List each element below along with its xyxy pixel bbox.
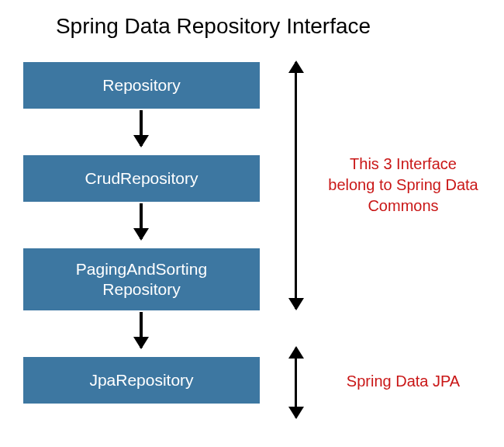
- box-repository: Repository: [23, 62, 260, 109]
- bracket-jpa-cap-bottom: [288, 407, 304, 419]
- annotation-commons: This 3 Interface belong to Spring Data C…: [326, 154, 481, 217]
- bracket-commons-cap-top: [288, 61, 304, 73]
- bracket-jpa: [295, 348, 297, 418]
- diagram-canvas: Repository CrudRepository PagingAndSorti…: [0, 39, 504, 442]
- annotation-jpa: Spring Data JPA: [326, 371, 481, 392]
- diagram-title: Spring Data Repository Interface: [0, 0, 426, 39]
- bracket-jpa-cap-top: [288, 346, 304, 359]
- box-repository-label: Repository: [102, 75, 180, 95]
- box-crudrepository-label: CrudRepository: [85, 168, 198, 189]
- bracket-commons-cap-bottom: [288, 298, 304, 310]
- bracket-commons: [295, 62, 297, 309]
- arrow-1: [140, 110, 143, 146]
- box-jparepository-label: JpaRepository: [89, 370, 193, 390]
- arrow-2: [140, 203, 143, 239]
- box-crudrepository: CrudRepository: [23, 155, 260, 202]
- box-pagingandsorting: PagingAndSorting Repository: [23, 248, 260, 310]
- box-pagingandsorting-label: PagingAndSorting Repository: [76, 259, 207, 300]
- box-jparepository: JpaRepository: [23, 357, 260, 404]
- arrow-3: [140, 312, 143, 348]
